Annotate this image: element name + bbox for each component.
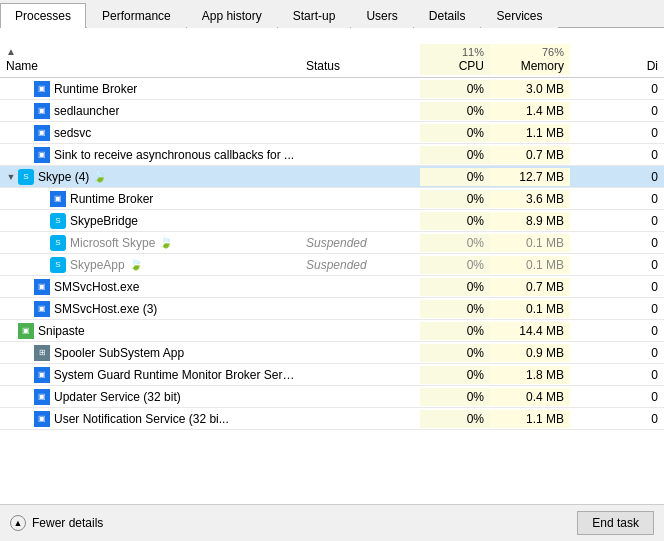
- row-disk: 0: [570, 410, 664, 428]
- row-cpu: 0%: [420, 234, 490, 252]
- row-status-cell: Suspended: [300, 234, 420, 252]
- row-memory: 0.1 MB: [490, 256, 570, 274]
- fewer-details-icon: ▲: [10, 515, 26, 531]
- tab-startup[interactable]: Start-up: [278, 3, 351, 28]
- blue-icon: ▣: [34, 147, 50, 163]
- row-cpu: 0%: [420, 300, 490, 318]
- tab-users[interactable]: Users: [351, 3, 412, 28]
- table-row[interactable]: ▣Snipaste0%14.4 MB0: [0, 320, 664, 342]
- row-memory: 0.9 MB: [490, 344, 570, 362]
- row-cpu: 0%: [420, 168, 490, 186]
- row-cpu: 0%: [420, 80, 490, 98]
- blue-icon: ▣: [34, 81, 50, 97]
- row-cpu: 0%: [420, 190, 490, 208]
- col-disk-header[interactable]: Di: [570, 57, 664, 75]
- tab-details[interactable]: Details: [414, 3, 481, 28]
- tab-processes[interactable]: Processes: [0, 3, 86, 28]
- row-name-text: sedlauncher: [54, 104, 119, 118]
- col-status-header[interactable]: Status: [300, 57, 420, 75]
- row-status-cell: [300, 175, 420, 179]
- app-icon: ▣: [18, 323, 34, 339]
- row-name-text: SkypeBridge: [70, 214, 138, 228]
- table-row[interactable]: ▣System Guard Runtime Monitor Broker Ser…: [0, 364, 664, 386]
- tab-performance[interactable]: Performance: [87, 3, 186, 28]
- skype-icon: S: [18, 169, 34, 185]
- row-disk: 0: [570, 124, 664, 142]
- row-name-cell: ▣Updater Service (32 bit): [0, 387, 300, 407]
- table-header: ▲ Name Status 11% CPU 76% Memory Di: [0, 28, 664, 78]
- row-disk: 0: [570, 256, 664, 274]
- row-name-cell: ▼SSkype (4)🍃: [0, 167, 300, 187]
- table-row[interactable]: ▣sedlauncher0%1.4 MB0: [0, 100, 664, 122]
- table-row[interactable]: ▣sedsvc0%1.1 MB0: [0, 122, 664, 144]
- row-memory: 1.1 MB: [490, 124, 570, 142]
- row-name-text: Sink to receive asynchronous callbacks f…: [54, 148, 294, 162]
- row-name-text: Updater Service (32 bit): [54, 390, 181, 404]
- col-memory-header[interactable]: 76% Memory: [490, 44, 570, 75]
- row-name-cell: ▣Runtime Broker: [0, 79, 300, 99]
- row-disk: 0: [570, 102, 664, 120]
- row-cpu: 0%: [420, 322, 490, 340]
- row-name-cell: ▣System Guard Runtime Monitor Broker Ser…: [0, 365, 300, 385]
- blue-icon: ▣: [34, 125, 50, 141]
- row-name-text: Snipaste: [38, 324, 85, 338]
- table-row[interactable]: ▣Runtime Broker0%3.6 MB0: [0, 188, 664, 210]
- table-row[interactable]: SSkypeBridge0%8.9 MB0: [0, 210, 664, 232]
- row-name-cell: SSkypeApp🍃: [0, 255, 300, 275]
- sort-arrow: ▲: [6, 46, 294, 57]
- table-row[interactable]: ▣SMSvcHost.exe0%0.7 MB0: [0, 276, 664, 298]
- table-row[interactable]: ▣Runtime Broker0%3.0 MB0: [0, 78, 664, 100]
- row-cpu: 0%: [420, 366, 490, 384]
- row-cpu: 0%: [420, 256, 490, 274]
- row-cpu: 0%: [420, 124, 490, 142]
- end-task-button[interactable]: End task: [577, 511, 654, 535]
- eco-icon: 🍃: [93, 170, 107, 184]
- row-name-cell: ▣sedsvc: [0, 123, 300, 143]
- table-row[interactable]: SMicrosoft Skype🍃Suspended0%0.1 MB0: [0, 232, 664, 254]
- process-table-body[interactable]: ▣Runtime Broker0%3.0 MB0▣sedlauncher0%1.…: [0, 78, 664, 504]
- col-cpu-header[interactable]: 11% CPU: [420, 44, 490, 75]
- table-row[interactable]: ▣Updater Service (32 bit)0%0.4 MB0: [0, 386, 664, 408]
- sys-icon: ⊞: [34, 345, 50, 361]
- memory-pct-label: 76%: [542, 46, 564, 58]
- table-row[interactable]: ▣SMSvcHost.exe (3)0%0.1 MB0: [0, 298, 664, 320]
- table-row[interactable]: ▼SSkype (4)🍃0%12.7 MB0: [0, 166, 664, 188]
- row-disk: 0: [570, 146, 664, 164]
- row-status-cell: [300, 197, 420, 201]
- row-status-cell: [300, 131, 420, 135]
- row-name-cell: ▣Runtime Broker: [0, 189, 300, 209]
- col-name-header[interactable]: ▲ Name: [0, 44, 300, 75]
- row-name-text: SkypeApp: [70, 258, 125, 272]
- row-status-cell: [300, 417, 420, 421]
- row-disk: 0: [570, 168, 664, 186]
- row-status-cell: Suspended: [300, 256, 420, 274]
- expand-button[interactable]: ▼: [4, 170, 18, 184]
- tab-services[interactable]: Services: [481, 3, 557, 28]
- fewer-details-button[interactable]: ▲ Fewer details: [10, 515, 103, 531]
- row-memory: 3.0 MB: [490, 80, 570, 98]
- row-name-text: Microsoft Skype: [70, 236, 155, 250]
- table-row[interactable]: ▣Sink to receive asynchronous callbacks …: [0, 144, 664, 166]
- row-memory: 0.7 MB: [490, 146, 570, 164]
- tab-app-history[interactable]: App history: [187, 3, 277, 28]
- row-disk: 0: [570, 366, 664, 384]
- table-row[interactable]: ⊞Spooler SubSystem App0%0.9 MB0: [0, 342, 664, 364]
- memory-header-label: Memory: [521, 59, 564, 73]
- row-memory: 8.9 MB: [490, 212, 570, 230]
- tab-bar: ProcessesPerformanceApp historyStart-upU…: [0, 0, 664, 28]
- cpu-header-label: CPU: [459, 59, 484, 73]
- skype-icon: S: [50, 257, 66, 273]
- table-row[interactable]: SSkypeApp🍃Suspended0%0.1 MB0: [0, 254, 664, 276]
- row-cpu: 0%: [420, 212, 490, 230]
- row-disk: 0: [570, 344, 664, 362]
- name-header-label: Name: [6, 59, 294, 73]
- row-name-text: Skype (4): [38, 170, 89, 184]
- row-disk: 0: [570, 388, 664, 406]
- disk-header-label: Di: [647, 59, 658, 73]
- row-name-cell: ▣SMSvcHost.exe: [0, 277, 300, 297]
- bottom-bar: ▲ Fewer details End task: [0, 504, 664, 541]
- row-name-text: User Notification Service (32 bi...: [54, 412, 229, 426]
- table-row[interactable]: ▣User Notification Service (32 bi...0%1.…: [0, 408, 664, 430]
- row-cpu: 0%: [420, 388, 490, 406]
- fewer-details-label: Fewer details: [32, 516, 103, 530]
